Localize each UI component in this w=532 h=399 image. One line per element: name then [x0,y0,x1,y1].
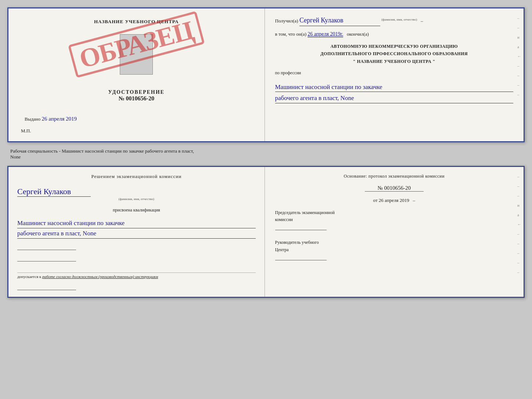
okonchil-label: окончил(а) [347,31,369,37]
poluchil-label: Получил(а) [275,18,298,24]
vtom-date: 26 апреля 2019г. [308,31,343,38]
qualification-block: Машинист насосной станции по закачке раб… [17,218,256,239]
prisvoena-label: присвоена квалификация [17,207,256,213]
vtom-label: в том, что он(а) [275,31,307,37]
bottom-document: Решением экзаменационной комиссии Сергей… [7,166,525,298]
org-line1: АВТОНОМНУЮ НЕКОММЕРЧЕСКУЮ ОРГАНИЗАЦИЮ [275,43,514,50]
vydano-date: 26 апреля 2019 [42,116,77,122]
between-text: Рабочая специальность - Машинист насосно… [7,147,525,161]
predsedatel-sig-line [275,230,327,230]
top-document: НАЗВАНИЕ УЧЕБНОГО ЦЕНТРА ОБРАЗЕЦ УДОСТОВ… [7,7,525,142]
top-doc-left: НАЗВАНИЕ УЧЕБНОГО ЦЕНТРА ОБРАЗЕЦ УДОСТОВ… [8,8,265,141]
udostoverenie-block: УДОСТОВЕРЕНИЕ № 0010656-20 [108,89,165,102]
udostoverenie-label: УДОСТОВЕРЕНИЕ [108,89,165,95]
signature-line-1 [17,250,76,250]
signature-line-3 [17,290,76,290]
stamp-area: ОБРАЗЕЦ УДОСТОВЕРЕНИЕ № 0010656-20 [17,31,256,102]
org-line2: ДОПОЛНИТЕЛЬНОГО ПРОФЕССИОНАЛЬНОГО ОБРАЗО… [275,50,514,57]
dash1: – [421,18,423,24]
top-doc-right: Получил(а) Сергей Кулаков (фамилия, имя,… [265,8,524,141]
udostoverenie-num: № 0010656-20 [108,95,165,102]
dopuskaetsya-label: допускается к [17,274,41,279]
ot-date: 26 апреля 2019 [379,197,409,203]
dopuskaetsya-text: работе согласно должностным (производств… [42,274,158,279]
right-dashes: – – и а ← – – – – [517,16,521,97]
rukovoditel-line2: Центра [275,246,514,253]
ot-line: от 26 апреля 2019 – [275,197,514,203]
predsedatel-block: Председатель экзаменационной комиссии [275,209,514,230]
protocol-num-block: № 0010656-20 [275,185,514,192]
predsedatel-line2: комиссии [275,216,514,223]
profession-block: Машинист насосной станции по закачке раб… [275,81,514,103]
rukovoditel-line1: Руководитель учебного [275,239,514,246]
bottom-doc-right: Основание: протокол экзаменационной коми… [265,167,524,297]
osnovanie-title: Основание: протокол экзаменационной коми… [275,174,514,179]
qualification-line2: рабочего агента в пласт, None [17,228,256,239]
poluchil-name: Сергей Кулаков [299,15,380,26]
poluchil-line: Получил(а) Сергей Кулаков (фамилия, имя,… [275,15,514,26]
rukovoditel-sig-line [275,260,327,260]
qualification-line1: Машинист насосной станции по закачке [17,218,256,228]
bottom-doc-left: Решением экзаменационной комиссии Сергей… [8,167,265,297]
signature-line-2 [17,261,76,261]
resheniem-title: Решением экзаменационной комиссии [17,174,256,179]
fio-hint: (фамилия, имя, отчество) [17,197,256,201]
po-professii-label: по профессии [275,70,514,76]
protocol-num: № 0010656-20 [365,185,424,192]
ot-label: от [373,197,378,203]
person-name: Сергей Кулаков [17,187,91,197]
profession-line1: Машинист насосной станции по закачке [275,82,514,92]
predsedatel-line1: Председатель экзаменационной [275,209,514,216]
mp-label: М.П. [17,128,256,134]
right-dashes-bottom: – – – и а ← – – – – – [517,174,521,274]
vtom-line: в том, что он(а) 26 апреля 2019г. окончи… [275,31,514,38]
person-name-block: Сергей Кулаков (фамилия, имя, отчество) [17,187,256,201]
dopuskaetsya-block: допускается к работе согласно должностны… [17,272,256,279]
org-line3: " НАЗВАНИЕ УЧЕБНОГО ЦЕНТРА " [275,58,514,65]
poluchil-hint: (фамилия, имя, отчество) [381,18,417,21]
vydano-line: Выдано 26 апреля 2019 [17,116,256,122]
org-block: АВТОНОМНУЮ НЕКОММЕРЧЕСКУЮ ОРГАНИЗАЦИЮ ДО… [275,43,514,65]
profession-line2: рабочего агента в пласт, None [275,93,514,103]
rukovoditel-block: Руководитель учебного Центра [275,239,514,260]
vydano-label: Выдано [25,116,40,122]
